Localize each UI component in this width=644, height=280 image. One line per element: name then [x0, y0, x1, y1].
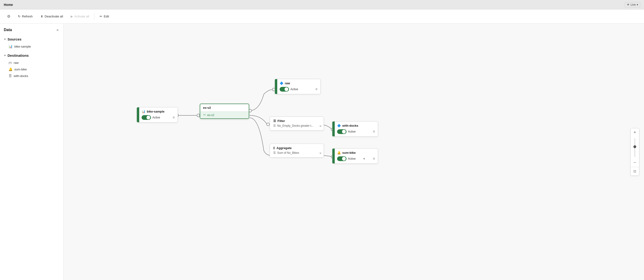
refresh-button[interactable]: ↻ Refresh [14, 13, 36, 20]
filter-node: ☰ Filter ☰ No_Empty_Docks greater t... ≡ [270, 116, 324, 130]
source-node-bike-sample: 📊 bike-sample Active ≡ [136, 107, 178, 122]
sidebar-header: Data « [0, 27, 63, 35]
sidebar-item-bike-sample[interactable]: 📊 bike-sample [0, 43, 63, 50]
zoom-controls: + − ⊡ [630, 128, 639, 176]
raw-label: raw [14, 61, 18, 64]
sum-bike-green-bar [332, 148, 335, 164]
aggregate-formula: Sum of No_Bikes [277, 151, 299, 154]
source-node-title: 📊 bike-sample [142, 110, 175, 113]
zoom-slider-track [634, 138, 635, 157]
sidebar-title: Data [4, 28, 12, 32]
raw-title: 🔷 raw [280, 82, 318, 85]
filter-icon: ☰ [273, 119, 276, 123]
dest-node-sum-bike: 🔔 sum-bike Active ✦ ≡ [332, 148, 378, 164]
sum-bike-status: Active [348, 157, 356, 160]
with-docks-dest-icon: 🔷 [337, 124, 341, 128]
connector-node-esv2: es-v2 〜 es-v2 [200, 104, 249, 119]
sidebar-item-raw[interactable]: 🗃 raw [0, 59, 63, 66]
filter-title: ☰ Filter [273, 119, 320, 123]
deactivate-all-button[interactable]: ⏸ Deactivate all [37, 13, 66, 20]
sources-section: ▼ Sources 📊 bike-sample [0, 35, 63, 50]
sum-bike-extra-icon: ✦ [363, 157, 366, 160]
app-title: Home [4, 3, 13, 6]
zoom-slider-thumb[interactable] [634, 145, 636, 148]
settings-icon: ⚙ [7, 14, 10, 18]
toolbar: ⚙ ↻ Refresh ⏸ Deactivate all ▶ Activate … [0, 10, 644, 24]
sum-bike-menu-icon[interactable]: ≡ [373, 156, 375, 161]
with-docks-toggle[interactable] [337, 129, 346, 134]
raw-toggle[interactable] [280, 87, 289, 92]
with-docks-menu-icon[interactable]: ≡ [373, 130, 375, 134]
sum-bike-toggle[interactable] [337, 156, 346, 161]
edit-button[interactable]: ✏ Edit [96, 13, 112, 20]
svg-point-4 [267, 123, 270, 126]
eye-icon: 👁 [627, 3, 630, 6]
dest-node-with-docks: 🔷 with-docks Active ≡ [332, 121, 378, 136]
activate-icon: ▶ [71, 14, 73, 18]
refresh-icon: ↻ [18, 14, 20, 18]
with-docks-green-bar [332, 122, 335, 136]
filter-menu-icon[interactable]: ≡ [320, 124, 321, 128]
zoom-in-button[interactable]: + [630, 128, 639, 137]
with-docks-title: 🔷 with-docks [337, 124, 375, 128]
destinations-section: ▼ Destinations 🗃 raw 🔔 sum-bike 🗄 with-d… [0, 52, 63, 79]
connector-title: es-v2 [200, 104, 249, 112]
source-icon: 📊 [142, 110, 145, 113]
source-toggle[interactable] [142, 115, 151, 120]
dest-node-raw: 🔷 raw Active ≡ [275, 79, 320, 94]
sources-label: Sources [8, 37, 22, 41]
aggregate-formula-row: ☰ Sum of No_Bikes [273, 151, 320, 154]
destinations-section-header[interactable]: ▼ Destinations [0, 52, 63, 59]
sum-bike-dest-icon: 🔔 [337, 151, 341, 154]
source-status: Active [152, 116, 160, 119]
settings-button[interactable]: ⚙ [4, 13, 14, 20]
raw-toggle-row: Active ≡ [280, 87, 318, 92]
with-docks-label: with-docks [14, 74, 28, 78]
destinations-chevron: ▼ [4, 54, 6, 57]
sum-bike-title: 🔔 sum-bike [337, 151, 375, 154]
raw-green-bar [275, 79, 277, 94]
aggregate-title: Σ Aggregate [273, 146, 320, 150]
deactivate-icon: ⏸ [40, 14, 43, 18]
sidebar-item-sum-bike[interactable]: 🔔 sum-bike [0, 66, 63, 72]
with-docks-icon: 🗄 [8, 74, 12, 78]
bike-sample-icon: 📊 [8, 44, 12, 48]
raw-icon: 🗃 [8, 61, 12, 64]
activate-all-button[interactable]: ▶ Activate all [67, 13, 92, 20]
svg-point-1 [197, 114, 200, 117]
edit-icon: ✏ [100, 14, 102, 18]
aggregate-node: Σ Aggregate ☰ Sum of No_Bikes ≡ [270, 144, 324, 158]
filter-condition-row: ☰ No_Empty_Docks greater t... [273, 124, 320, 128]
zoom-fit-button[interactable]: ⊡ [630, 167, 639, 176]
destinations-label: Destinations [8, 54, 29, 58]
raw-status: Active [290, 88, 298, 91]
zoom-out-icon: − [634, 160, 636, 165]
sources-section-header[interactable]: ▼ Sources [0, 35, 63, 43]
title-bar: Home 👁 Live ▾ [0, 0, 644, 10]
canvas-area: 📊 bike-sample Active ≡ es-v2 〜 es-v2 [64, 24, 644, 280]
zoom-fit-icon: ⊡ [634, 169, 636, 173]
source-green-bar [137, 108, 139, 122]
aggregate-icon: Σ [273, 146, 275, 150]
zoom-in-icon: + [634, 130, 636, 135]
source-toggle-row: Active ≡ [142, 115, 175, 120]
collapse-sidebar-button[interactable]: « [56, 27, 60, 32]
toolbar-divider [94, 13, 94, 20]
live-button[interactable]: 👁 Live ▾ [625, 2, 640, 7]
sidebar-item-with-docks[interactable]: 🗄 with-docks [0, 72, 63, 79]
raw-menu-icon[interactable]: ≡ [316, 87, 318, 91]
with-docks-toggle-row: Active ≡ [337, 129, 375, 134]
aggregate-formula-icon: ☰ [273, 151, 276, 154]
source-menu-icon[interactable]: ≡ [173, 116, 175, 120]
chevron-down-icon: ▾ [637, 3, 638, 6]
raw-dest-icon: 🔷 [280, 82, 283, 85]
connector-body: 〜 es-v2 [200, 112, 249, 118]
sources-chevron: ▼ [4, 38, 6, 40]
sum-bike-label: sum-bike [14, 68, 27, 71]
aggregate-menu-icon[interactable]: ≡ [320, 152, 321, 155]
sidebar: Data « ▼ Sources 📊 bike-sample ▼ Destina… [0, 24, 64, 280]
with-docks-status: Active [348, 130, 356, 133]
connector-icon: 〜 [203, 113, 206, 117]
sum-bike-icon: 🔔 [8, 67, 12, 71]
zoom-out-button[interactable]: − [630, 158, 639, 167]
